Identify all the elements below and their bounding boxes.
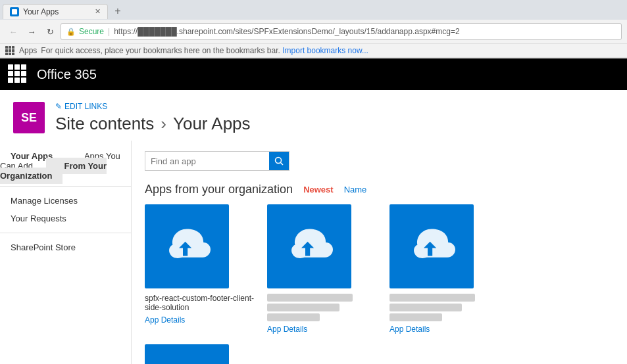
right-content: Apps from your organization Newest Name [132,141,627,364]
app-name-3 [389,294,501,321]
blurred-text-2 [267,304,339,311]
secure-label: Secure [79,27,104,36]
sidebar-item-manage-licenses[interactable]: Manage Licenses [0,192,131,210]
blurred-text-4 [389,294,475,302]
url-display: https://███████.sharepoint.com/sites/SPF… [114,27,459,36]
tab-label: Your Apps [23,7,59,16]
sharepoint-app-icon [163,223,211,270]
o365-header: Office 365 [0,58,627,90]
bookmarks-bar: Apps For quick access, place your bookma… [0,44,627,58]
forward-button[interactable]: → [24,24,39,39]
app-tiles: spfx-react-custom-footer-client-side-sol… [145,204,614,364]
waffle-menu-button[interactable] [8,64,28,84]
apps-grid-icon [5,46,14,55]
sort-newest-link[interactable]: Newest [303,185,334,194]
refresh-button[interactable]: ↻ [42,24,58,39]
main-content: SE EDIT LINKS Site contents › Your Apps … [0,90,627,364]
search-input[interactable] [145,153,269,170]
app-name-1: spfx-react-custom-footer-client-side-sol… [145,294,257,312]
tab-bar: Your Apps ✕ + [0,0,627,20]
breadcrumb: Site contents › Your Apps [55,114,251,134]
sidebar-item-your-requests[interactable]: Your Requests [0,210,131,227]
search-box [145,151,289,171]
nav-bar: ← → ↻ 🔒 Secure | https://███████.sharepo… [0,20,627,44]
blurred-text-5 [389,304,462,311]
app-icon-4[interactable] [145,344,229,364]
search-button[interactable] [269,152,289,170]
page-header: SE EDIT LINKS Site contents › Your Apps [0,90,627,141]
import-bookmarks-link[interactable]: Import bookmarks now... [282,46,368,55]
browser-chrome: Your Apps ✕ + ← → ↻ 🔒 Secure | https://█… [0,0,627,58]
o365-title: Office 365 [37,67,97,82]
app-icon-1[interactable] [145,204,229,288]
app-name-2 [267,294,379,321]
back-button[interactable]: ← [5,24,21,39]
tab-favicon [10,7,19,16]
apps-section-title: Apps from your organization Newest Name [145,183,614,196]
breadcrumb-separator: › [161,114,166,134]
sidebar-item-sharepoint-store[interactable]: SharePoint Store [0,239,131,256]
breadcrumb-parent: Site contents [55,114,154,134]
app-details-link-3[interactable]: App Details [389,325,430,334]
avatar: SE [13,102,45,133]
bookmarks-message: For quick access, place your bookmarks h… [41,46,280,55]
blurred-text-6 [389,313,442,321]
active-tab[interactable]: Your Apps ✕ [3,4,108,19]
nav-divider-2 [0,233,131,233]
app-tile-3: App Details [389,204,501,334]
sort-name-link[interactable]: Name [344,185,367,194]
page-title-area: EDIT LINKS Site contents › Your Apps [55,102,251,134]
apps-label: Apps [5,46,37,55]
secure-icon: 🔒 [66,28,76,36]
apps-section: Apps from your organization Newest Name [145,183,614,364]
app-tile-2: App Details [267,204,379,334]
app-details-link-1[interactable]: App Details [145,315,185,325]
edit-links-button[interactable]: EDIT LINKS [55,102,251,111]
content-inner: SE EDIT LINKS Site contents › Your Apps … [0,90,627,364]
sharepoint-app-icon-2 [286,223,333,270]
app-details-link-2[interactable]: App Details [267,325,307,334]
left-nav: Your Apps Apps You Can Add From YourOrga… [0,141,132,364]
app-tile-1: spfx-react-custom-footer-client-side-sol… [145,204,257,334]
sharepoint-app-icon-3 [408,223,455,270]
breadcrumb-current: Your Apps [173,114,251,134]
blurred-text-1 [267,294,353,302]
address-bar[interactable]: 🔒 Secure | https://███████.sharepoint.co… [61,23,622,40]
search-icon [274,156,284,166]
new-tab-button[interactable]: + [108,3,128,20]
blurred-text-3 [267,313,320,321]
app-icon-2[interactable] [267,204,351,288]
svg-point-1 [276,158,282,164]
svg-line-2 [281,163,284,166]
app-tile-4: App Details [145,344,257,364]
tab-close-button[interactable]: ✕ [89,7,101,16]
two-col-layout: Your Apps Apps You Can Add From YourOrga… [0,141,627,364]
app-icon-3[interactable] [389,204,474,288]
nav-divider [0,186,131,187]
svg-rect-0 [12,9,17,14]
